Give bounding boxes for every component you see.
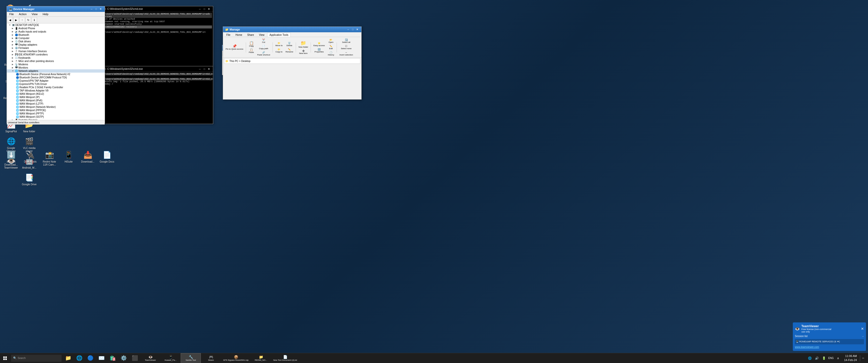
fe-maximize[interactable]: □	[351, 28, 355, 31]
ribbon-btn-easy-access[interactable]: ⭐ Easy access	[312, 41, 326, 47]
ribbon-btn-select-none[interactable]: ☐ Select none	[338, 44, 354, 50]
tray-expand-icon[interactable]: ∧	[835, 355, 841, 361]
tree-disk[interactable]: ▶ 💿 Disk drives	[7, 40, 105, 43]
file-explorer-address[interactable]: 📁 This PC > Desktop	[224, 58, 360, 64]
taskbar-prog-samfw[interactable]: 🔧 Samfw Tool	[181, 353, 201, 363]
tree-firmware[interactable]: ▶ ⚙️ Firmware	[7, 46, 105, 50]
tree-wan-l2tp[interactable]: 🌐 WAN Miniport (L2TP)	[7, 102, 105, 105]
file-explorer-titlebar[interactable]: 📁 Manage ─ □ ✕	[223, 27, 361, 32]
tree-monitors[interactable]: ▶ 🖥️ Monitors	[7, 66, 105, 69]
start-button[interactable]	[0, 353, 10, 363]
tree-computer[interactable]: ▶ 💻 Computer	[7, 37, 105, 40]
ribbon-btn-invert-selection[interactable]: ↔️ Invert selection	[338, 51, 354, 57]
ribbon-btn-open[interactable]: 📂 Open	[327, 38, 335, 44]
taskbar-app-terminal[interactable]: ⬛	[129, 353, 140, 363]
taskbar-app-store[interactable]: 🛍️	[107, 353, 118, 363]
tree-display[interactable]: ▶ 🖥️ Display adapters	[7, 43, 105, 46]
cmd2-titlebar[interactable]: ⚫ C:\Windows\System32\cmd.exe ─ □ ✕	[101, 66, 213, 72]
taskbar-prog-mtk[interactable]: 📦 MTK Bypass Reset/DKU.zip	[221, 353, 251, 363]
ribbon-btn-history[interactable]: 🕐 History	[327, 51, 335, 57]
tree-hid[interactable]: ▶ 🖱️ Human Interface Devices	[7, 50, 105, 53]
tree-network-realtek[interactable]: 🌐 Realtek PCle 2.5GbE Family Controller	[7, 86, 105, 89]
tree-wan-sstp[interactable]: 🌐 WAN Miniport (SSTP)	[7, 115, 105, 119]
taskbar-clock[interactable]: 11:06 AM 14-Feb-24	[842, 354, 859, 362]
teamviewer-close-button[interactable]: ✕	[861, 327, 864, 331]
ribbon-btn-properties[interactable]: ℹ️ Properties	[312, 47, 326, 54]
desktop-icon-download2[interactable]: 📥 Download...	[79, 149, 97, 167]
toolbar-forward[interactable]: ▶	[13, 17, 19, 23]
toolbar-up[interactable]: ↑	[20, 17, 25, 23]
taskbar-prog-huawei[interactable]: 📱 Huawei_Pa...	[160, 353, 181, 363]
taskbar-app-settings[interactable]: ⚙️	[118, 353, 129, 363]
taskbar-app-edge[interactable]: 🔵	[85, 353, 96, 363]
taskbar-app-explorer[interactable]: 📁	[63, 353, 74, 363]
taskbar-prog-redmi[interactable]: 📁 REDMI_NO...	[251, 353, 271, 363]
cmd2-close[interactable]: ✕	[207, 67, 211, 71]
ribbon-tab-view[interactable]: View	[257, 33, 267, 37]
ribbon-tab-home[interactable]: Home	[233, 33, 245, 37]
tray-battery-icon[interactable]: 🔋	[821, 355, 827, 361]
tree-wan-ip[interactable]: 🌐 WAN Miniport (IP)	[7, 96, 105, 99]
taskbar-search[interactable]: 🔍 Search	[11, 355, 62, 362]
tree-wan-pptp[interactable]: 🌐 WAN Miniport (PPTP)	[7, 112, 105, 115]
taskbar-prog-notepad[interactable]: 📄 New Text Document (4).txt	[271, 353, 299, 363]
taskbar-app-mail[interactable]: ✉️	[96, 353, 107, 363]
menu-action[interactable]: Action	[18, 12, 28, 16]
desktop-icon-google-drive[interactable]: 📑 Google Drive	[20, 171, 38, 187]
maximize-button[interactable]: □	[94, 7, 98, 11]
ribbon-btn-copy-path[interactable]: 📄 Copy path	[256, 44, 271, 50]
ribbon-btn-rename[interactable]: ✏️ Rename	[285, 47, 294, 54]
tree-network-bt2[interactable]: 🔵 Bluetooth Device (RFCOMM Protocol TDI)	[7, 76, 105, 79]
desktop-icon-internet-dl[interactable]: ⬇️ Internet Download...	[2, 149, 20, 167]
ribbon-btn-pin[interactable]: 📌 Pin to Quick access	[224, 44, 244, 51]
cmd1-titlebar[interactable]: ⚫ C:\Windows\System32\cmd.exe ─ □ ✕	[101, 6, 213, 12]
taskbar-app-chrome[interactable]: 🌐	[74, 353, 85, 363]
taskbar-prog-teamviewer[interactable]: 👁️ TeamViewer	[140, 353, 160, 363]
desktop-icon-google-docs[interactable]: 📄 Google Docs	[98, 149, 116, 167]
ribbon-btn-new-item[interactable]: ➕ New item	[298, 49, 309, 55]
tree-android[interactable]: ▶ 📱 Android Phone	[7, 27, 105, 30]
tree-keyboards[interactable]: ▶ ⌨️ Keyboards	[7, 56, 105, 60]
menu-view[interactable]: View	[30, 12, 39, 16]
cmd2-minimize[interactable]: ─	[198, 67, 202, 71]
ribbon-btn-select-all[interactable]: ☑️ Select all	[338, 38, 354, 44]
tray-volume-icon[interactable]: 🔊	[814, 355, 820, 361]
toolbar-refresh[interactable]: ↻	[26, 17, 31, 23]
tree-bluetooth[interactable]: ▶ 🔵 Bluetooth	[7, 33, 105, 37]
tree-network-tap[interactable]: 🌐 TAP-Windows Adapter V9	[7, 89, 105, 92]
tree-wan-monitor[interactable]: 🌐 WAN Miniport (Network Monitor)	[7, 105, 105, 109]
teamviewer-link[interactable]: www.teamviewer.com	[795, 345, 864, 349]
ribbon-btn-copy-to[interactable]: 📁 Copy to	[274, 47, 283, 54]
tree-audio[interactable]: ▶ 🔊 Audio inputs and outputs	[7, 30, 105, 33]
ribbon-btn-new-folder[interactable]: 📁 New folder	[298, 40, 309, 48]
tree-wan-ikev2[interactable]: 🌐 WAN Miniport (IKEv2)	[7, 92, 105, 96]
ribbon-btn-edit[interactable]: ✏️ Edit	[327, 44, 335, 50]
menu-file[interactable]: File	[8, 12, 16, 16]
tree-wan-pppoe[interactable]: 🌐 WAN Miniport (PPPOE)	[7, 109, 105, 112]
fe-close[interactable]: ✕	[355, 28, 359, 31]
taskbar-prog-steam[interactable]: 🎮 Steam	[201, 353, 221, 363]
tree-mice[interactable]: ▶ 🖱️ Mice and other pointing devices	[7, 60, 105, 63]
tree-network-express1[interactable]: 🌐 ExpressVPN TAP Adapter	[7, 79, 105, 82]
tree-ide[interactable]: ▶ 💾 IDE ATA/ATAPI controllers	[7, 53, 105, 56]
fe-minimize[interactable]: ─	[346, 28, 350, 31]
ribbon-tab-file[interactable]: File	[224, 33, 232, 37]
cmd2-content[interactable]: C:\Users\WIN10\Desktop\romdump\XOZ_ALXX_…	[101, 72, 213, 124]
tree-root[interactable]: ▼ 💻 DESKTOP-HNTQOE	[7, 24, 105, 27]
cmd1-maximize[interactable]: □	[203, 7, 207, 11]
ribbon-tab-share[interactable]: Share	[245, 33, 256, 37]
minimize-button[interactable]: ─	[90, 7, 94, 11]
menu-help[interactable]: Help	[41, 12, 50, 16]
tree-wan-ipv6[interactable]: 🌐 WAN Miniport (IPv6)	[7, 99, 105, 102]
tree-network-express2[interactable]: 🌐 ExpressVPN TUN Driver	[7, 82, 105, 86]
ribbon-btn-cut[interactable]: ✂️ Cut	[256, 38, 271, 44]
cmd2-maximize[interactable]: □	[203, 67, 207, 71]
toolbar-properties[interactable]: ℹ	[32, 17, 37, 23]
device-manager-titlebar[interactable]: 💻 Device Manager ─ □ ✕	[7, 6, 105, 12]
tree-network[interactable]: ▼ 🌐 Network adapters	[7, 69, 105, 73]
tree-network-bt1[interactable]: 🔵 Bluetooth Device (Personal Area Networ…	[7, 73, 105, 76]
ribbon-btn-copy[interactable]: 📋 Copy	[248, 41, 255, 47]
close-button[interactable]: ✕	[99, 7, 103, 11]
ribbon-btn-paste-shortcut[interactable]: 🔗 Paste shortcut	[256, 51, 271, 57]
cmd1-content[interactable]: C:\Users\WIN10\Desktop\romdump\XOZ_ALXX_…	[101, 12, 213, 68]
